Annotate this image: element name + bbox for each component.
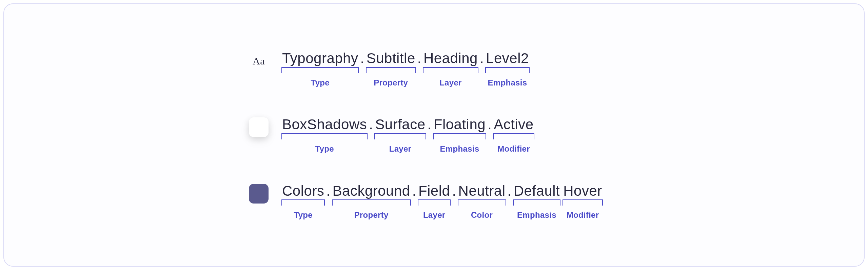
- separator-dot: .: [506, 182, 513, 220]
- segment-label: Type: [315, 144, 334, 154]
- segment-word: Neutral: [458, 182, 506, 199]
- segment-label: Type: [294, 210, 312, 220]
- segment-label: Layer: [389, 144, 412, 154]
- separator-dot: .: [368, 116, 374, 154]
- segment-word: Floating: [433, 116, 486, 133]
- segment-word: Typography: [281, 50, 359, 67]
- token-naming-card: Aa Typography Type . Subtitle Property .…: [3, 3, 865, 267]
- segment-label: Emphasis: [440, 144, 479, 154]
- segment-word: Default: [513, 182, 561, 199]
- separator-dot: .: [359, 50, 366, 88]
- token-breakdown: BoxShadows Type . Surface Layer . Floati…: [281, 116, 534, 154]
- token-row-boxshadows: BoxShadows Type . Surface Layer . Floati…: [248, 116, 864, 154]
- segment-label: Modifier: [497, 144, 530, 154]
- token-path: BoxShadows Type . Surface Layer . Floati…: [281, 116, 534, 154]
- purple-swatch: [249, 184, 269, 204]
- separator-dot: .: [411, 182, 418, 220]
- segment-label: Property: [354, 210, 389, 220]
- segment-label: Layer: [439, 78, 462, 88]
- segment-word: Hover: [563, 182, 603, 199]
- token-path: Colors Type . Background Property . Fiel…: [281, 182, 603, 220]
- typography-icon: Aa: [248, 51, 269, 72]
- segment-label: Layer: [423, 210, 446, 220]
- separator-dot: .: [486, 116, 493, 154]
- token-row-typography: Aa Typography Type . Subtitle Property .…: [248, 50, 864, 88]
- segment-word: Background: [332, 182, 411, 199]
- segment-label: Modifier: [567, 210, 599, 220]
- shadow-swatch-icon: [248, 117, 269, 138]
- segment-word: Active: [493, 116, 534, 133]
- token-breakdown: Typography Type . Subtitle Property . He…: [281, 50, 530, 88]
- color-swatch-icon: [248, 183, 269, 204]
- segment-label: Type: [311, 78, 330, 88]
- separator-dot: .: [451, 182, 457, 220]
- separator-dot: .: [325, 182, 332, 220]
- segment-label: Property: [374, 78, 408, 88]
- separator-dot: .: [416, 50, 423, 88]
- token-row-colors: Colors Type . Background Property . Fiel…: [248, 182, 864, 220]
- white-swatch: [249, 117, 269, 137]
- segment-word: Heading: [423, 50, 478, 67]
- segment-word: Level2: [485, 50, 530, 67]
- separator-dot: .: [478, 50, 485, 88]
- segment-word: BoxShadows: [281, 116, 368, 133]
- separator-dot: .: [426, 116, 433, 154]
- segment-label: Emphasis: [488, 78, 527, 88]
- token-path: Typography Type . Subtitle Property . He…: [281, 50, 530, 88]
- segment-word: Colors: [281, 182, 325, 199]
- segment-label: Color: [471, 210, 493, 220]
- token-breakdown: Colors Type . Background Property . Fiel…: [281, 182, 603, 220]
- segment-word: Field: [418, 182, 451, 199]
- segment-word: Surface: [374, 116, 426, 133]
- segment-label: Emphasis: [517, 210, 556, 220]
- typography-icon-label: Aa: [253, 55, 265, 67]
- segment-word: Subtitle: [366, 50, 416, 67]
